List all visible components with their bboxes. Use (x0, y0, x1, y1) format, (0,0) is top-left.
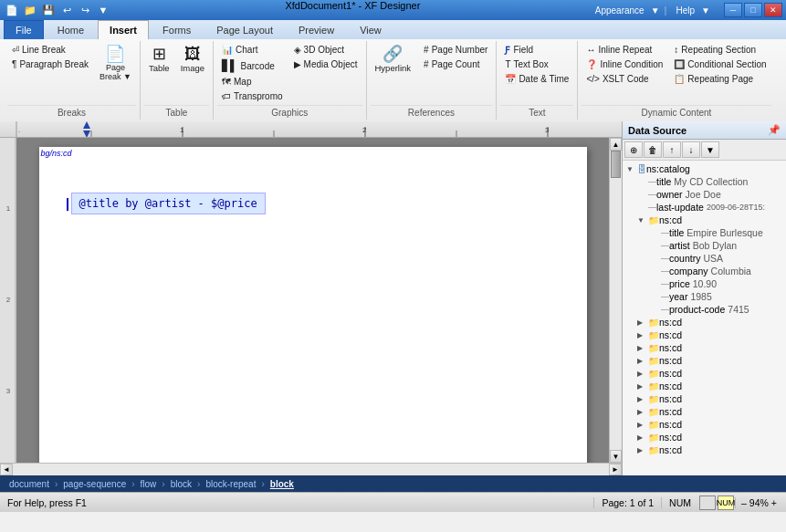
datasource-down-button[interactable]: ↓ (682, 141, 700, 158)
tab-view[interactable]: View (348, 20, 393, 39)
document-area: . 1 2 3 1 (0, 121, 622, 475)
svg-rect-0 (0, 121, 622, 138)
scroll-thumb[interactable] (611, 151, 621, 178)
panel-pin-icon[interactable]: 📌 (768, 124, 781, 136)
repeating-section-button[interactable]: ↕ Repeating Section (669, 43, 770, 57)
hscroll-right-button[interactable]: ► (609, 464, 622, 475)
text-box-button[interactable]: T Text Box (500, 57, 573, 71)
vertical-scrollbar[interactable]: ▲ ▼ (609, 138, 622, 463)
tab-page-layout[interactable]: Page Layout (204, 20, 285, 39)
datasource-up-button[interactable]: ↑ (663, 141, 681, 158)
open-button[interactable]: 📁 (22, 2, 38, 18)
conditional-section-button[interactable]: 🔲 Conditional Section (669, 57, 770, 71)
tree-node-cd-9[interactable]: ▶ 📁 ns:cd (624, 405, 784, 418)
document-content[interactable]: @title by @artist - $@price (71, 193, 266, 214)
page-count-button[interactable]: # Page Count (419, 57, 492, 71)
tree-node-catalog[interactable]: ▼ 🗄 ns:catalog (624, 162, 784, 175)
expand-cd-icon: ▼ (637, 216, 648, 224)
3d-object-button[interactable]: ◈ 3D Object (289, 43, 362, 57)
breadcrumb-flow[interactable]: flow (135, 478, 162, 490)
num-indicator[interactable]: NUM (718, 495, 734, 510)
inline-condition-button[interactable]: ❓ Inline Condition (582, 57, 667, 71)
barcode-button[interactable]: ▋▌ Barcode (217, 57, 288, 74)
tree-node-cd-3[interactable]: ▶ 📁 ns:cd (624, 329, 784, 341)
text-box-icon: T (505, 59, 510, 69)
tree-node-cd-8[interactable]: ▶ 📁 ns:cd (624, 392, 784, 405)
breadcrumb-block-active[interactable]: block (265, 478, 299, 490)
tree-field-product-code[interactable]: — product-code 7415 (624, 303, 784, 316)
scroll-up-button[interactable]: ▲ (610, 138, 622, 151)
doc-content-area: 1 2 3 4 bg/ns:cd @title by @artist - $@p… (0, 138, 622, 463)
maximize-button[interactable]: □ (744, 3, 762, 17)
paragraph-break-button[interactable]: ¶ Paragraph Break (7, 57, 93, 71)
new-button[interactable]: 📄 (4, 2, 20, 18)
tree-node-cd-10[interactable]: ▶ 📁 ns:cd (624, 418, 784, 431)
document-canvas[interactable]: bg/ns:cd @title by @artist - $@price (16, 138, 609, 463)
hyperlink-button[interactable]: 🔗 Hyperlink (371, 43, 416, 76)
scroll-track[interactable] (610, 151, 622, 450)
tree-node-cd-5[interactable]: ▶ 📁 ns:cd (624, 354, 784, 367)
breadcrumb-block[interactable]: block (165, 478, 197, 490)
group-text: Ƒ Field T Text Box 📅 Date & Time Text (497, 41, 578, 120)
datasource-add-button[interactable]: ⊕ (624, 141, 643, 158)
breadcrumb-block-repeat[interactable]: block-repeat (200, 478, 261, 490)
tree-node-cd-6[interactable]: ▶ 📁 ns:cd (624, 367, 784, 380)
field-button[interactable]: Ƒ Field (500, 43, 573, 57)
quick-access-toolbar: 📄 📁 💾 ↩ ↪ ▼ (0, 0, 115, 20)
hscroll-track[interactable] (13, 464, 609, 475)
tab-insert[interactable]: Insert (98, 20, 149, 40)
map-icon: 🗺 (222, 77, 231, 87)
scroll-down-button[interactable]: ▼ (610, 450, 622, 463)
help-menu[interactable]: Help (671, 4, 699, 17)
tree-field-price[interactable]: — price 10.90 (624, 277, 784, 290)
close-button[interactable]: ✕ (764, 3, 782, 17)
datasource-delete-button[interactable]: 🗑 (644, 141, 662, 158)
tree-field-last-update[interactable]: — last-update 2009-06-28T15: (624, 201, 784, 214)
appearance-menu[interactable]: Appearance (591, 4, 649, 17)
xslt-code-button[interactable]: </> XSLT Code (582, 72, 667, 86)
media-object-button[interactable]: ▶ Media Object (289, 57, 362, 71)
save-button[interactable]: 💾 (40, 2, 57, 18)
map-button[interactable]: 🗺 Map (217, 75, 288, 89)
page-number-button[interactable]: # Page Number (419, 43, 492, 57)
horizontal-scrollbar[interactable]: ◄ ► (0, 463, 622, 475)
tab-forms[interactable]: Forms (151, 20, 203, 39)
field-icon-2: — (648, 190, 656, 199)
tree-field-cd-title[interactable]: — title Empire Burlesque (624, 226, 784, 239)
tree-field-artist[interactable]: — artist Bob Dylan (624, 239, 784, 252)
tree-node-cd-11[interactable]: ▶ 📁 ns:cd (624, 431, 784, 443)
chart-button[interactable]: 📊 Chart (217, 43, 288, 57)
image-button[interactable]: 🖼 Image (176, 43, 209, 76)
tree-field-country[interactable]: — country USA (624, 252, 784, 265)
svg-text:1: 1 (180, 126, 184, 134)
tree-field-year[interactable]: — year 1985 (624, 290, 784, 303)
tree-field-owner[interactable]: — owner Joe Doe (624, 188, 784, 201)
tab-home[interactable]: Home (46, 20, 96, 39)
table-button[interactable]: ⊞ Table (144, 43, 174, 76)
repeating-page-button[interactable]: 📋 Repeating Page (669, 72, 770, 86)
tab-preview[interactable]: Preview (287, 20, 346, 39)
qat-dropdown[interactable]: ▼ (95, 2, 111, 18)
zoom-plus-button[interactable]: + (771, 497, 777, 508)
tree-node-cd-7[interactable]: ▶ 📁 ns:cd (624, 380, 784, 392)
transpromo-button[interactable]: 🏷 Transpromo (217, 89, 288, 103)
line-break-button[interactable]: ⏎ Line Break (7, 43, 93, 57)
tree-field-company[interactable]: — company Columbia (624, 265, 784, 277)
tab-file[interactable]: File (4, 20, 44, 39)
inline-repeat-button[interactable]: ↔ Inline Repeat (582, 43, 667, 57)
tree-node-cd-2[interactable]: ▶ 📁 ns:cd (624, 316, 784, 329)
minimize-button[interactable]: ─ (724, 3, 742, 17)
hscroll-left-button[interactable]: ◄ (0, 464, 13, 475)
date-time-button[interactable]: 📅 Date & Time (500, 72, 573, 86)
datasource-menu-button[interactable]: ▼ (701, 141, 719, 158)
undo-button[interactable]: ↩ (58, 2, 75, 18)
breadcrumb-page-sequence[interactable]: page-sequence (58, 478, 131, 490)
tree-field-title-root[interactable]: — title My CD Collection (624, 175, 784, 188)
tree-node-cd-4[interactable]: ▶ 📁 ns:cd (624, 341, 784, 354)
redo-button[interactable]: ↪ (77, 2, 93, 18)
tree-node-cd-expanded[interactable]: ▼ 📁 ns:cd (624, 214, 784, 226)
breadcrumb-document[interactable]: document (4, 478, 55, 490)
tree-node-cd-12[interactable]: ▶ 📁 ns:cd (624, 443, 784, 456)
zoom-minus-button[interactable]: – (741, 497, 747, 508)
page-break-button[interactable]: 📄 PageBreak ▼ (95, 43, 136, 84)
